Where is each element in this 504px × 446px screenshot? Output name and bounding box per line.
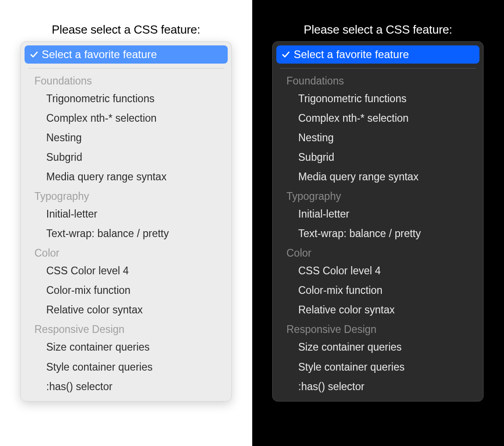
selected-option-label: Select a favorite feature xyxy=(294,48,409,61)
selected-option-row[interactable]: Select a favorite feature xyxy=(25,45,228,64)
optgroup-label: Color xyxy=(25,243,228,261)
selected-option-row[interactable]: Select a favorite feature xyxy=(276,45,479,64)
optgroup-label: Typography xyxy=(25,187,228,204)
optgroup-label: Color xyxy=(276,243,479,261)
option-item[interactable]: :has() selector xyxy=(25,377,228,396)
option-item[interactable]: Nesting xyxy=(25,128,228,148)
dropdown-separator xyxy=(280,68,476,69)
options-list: FoundationsTrigonometric functionsComple… xyxy=(276,71,479,396)
option-item[interactable]: Initial-letter xyxy=(25,204,228,224)
optgroup-label: Responsive Design xyxy=(25,320,228,337)
prompt-label: Please select a CSS feature: xyxy=(52,23,200,37)
option-item[interactable]: Initial-letter xyxy=(276,204,479,224)
checkmark-icon xyxy=(30,50,38,59)
option-item[interactable]: CSS Color level 4 xyxy=(276,261,479,281)
dark-mode-pane: Please select a CSS feature: Select a fa… xyxy=(252,0,504,446)
option-item[interactable]: Complex nth-* selection xyxy=(276,109,479,128)
optgroup-label: Typography xyxy=(276,187,479,204)
option-item[interactable]: Trigonometric functions xyxy=(25,89,228,109)
option-item[interactable]: Style container queries xyxy=(276,357,479,377)
prompt-label: Please select a CSS feature: xyxy=(304,23,452,37)
checkmark-icon xyxy=(282,50,290,59)
option-item[interactable]: Relative color syntax xyxy=(25,300,228,320)
dropdown-separator xyxy=(28,68,224,69)
option-item[interactable]: Size container queries xyxy=(276,337,479,357)
optgroup-label: Responsive Design xyxy=(276,320,479,337)
option-item[interactable]: Style container queries xyxy=(25,357,228,377)
options-list: FoundationsTrigonometric functionsComple… xyxy=(25,71,228,396)
option-item[interactable]: Color-mix function xyxy=(276,281,479,300)
select-dropdown-open[interactable]: Select a favorite feature FoundationsTri… xyxy=(20,41,232,401)
option-item[interactable]: Relative color syntax xyxy=(276,300,479,320)
option-item[interactable]: Text-wrap: balance / pretty xyxy=(25,224,228,243)
option-item[interactable]: Subgrid xyxy=(25,148,228,167)
option-item[interactable]: Nesting xyxy=(276,128,479,148)
selected-option-label: Select a favorite feature xyxy=(42,48,157,61)
option-item[interactable]: Complex nth-* selection xyxy=(25,109,228,128)
option-item[interactable]: Size container queries xyxy=(25,337,228,357)
option-item[interactable]: Text-wrap: balance / pretty xyxy=(276,224,479,243)
optgroup-label: Foundations xyxy=(25,71,228,89)
optgroup-label: Foundations xyxy=(276,71,479,89)
option-item[interactable]: Trigonometric functions xyxy=(276,89,479,109)
option-item[interactable]: Media query range syntax xyxy=(276,167,479,187)
option-item[interactable]: :has() selector xyxy=(276,377,479,396)
option-item[interactable]: Media query range syntax xyxy=(25,167,228,187)
select-dropdown-open[interactable]: Select a favorite feature FoundationsTri… xyxy=(272,41,484,401)
light-mode-pane: Please select a CSS feature: Select a fa… xyxy=(0,0,252,446)
option-item[interactable]: CSS Color level 4 xyxy=(25,261,228,281)
option-item[interactable]: Color-mix function xyxy=(25,281,228,300)
option-item[interactable]: Subgrid xyxy=(276,148,479,167)
